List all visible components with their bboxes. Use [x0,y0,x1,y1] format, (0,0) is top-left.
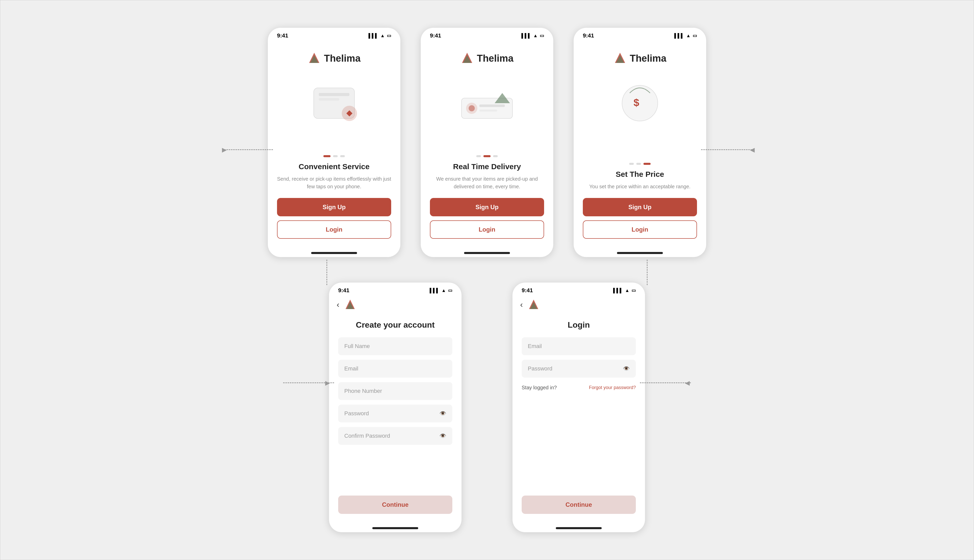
eye-icon-pw-reg[interactable]: 👁️ [439,410,446,417]
forgot-password-link[interactable]: Forgot your password? [589,385,636,390]
status-bar-3: 9:41 ▌▌▌ ▲ ▭ [574,28,706,42]
arrow-left-head: ▶ [222,146,227,153]
onboard2-desc: We ensure that your items are picked-up … [430,175,544,190]
illustration-3: $ [604,73,675,158]
login-content: Login Email Password 👁️ Stay logged in? … [512,310,645,523]
signup-btn-2[interactable]: Sign Up [430,198,544,216]
login-btn-3[interactable]: Login [583,220,697,239]
svg-point-15 [622,85,658,121]
signal-icon-2: ▌▌▌ [521,33,531,38]
time-reg: 9:41 [338,287,349,294]
dot-3-1 [629,163,634,165]
status-bar-2: 9:41 ▌▌▌ ▲ ▭ [421,28,553,42]
dot-2-1 [476,155,481,157]
logo-1: Thelima [308,52,360,65]
battery-icon-reg: ▭ [448,288,452,293]
status-icons-3: ▌▌▌ ▲ ▭ [674,33,697,38]
arrow-right [701,149,752,150]
status-icons-1: ▌▌▌ ▲ ▭ [369,33,391,38]
svg-rect-12 [479,110,497,112]
home-indicator-reg [372,527,418,529]
email-field-reg[interactable]: Email [338,360,452,378]
register-screen: 9:41 ▌▌▌ ▲ ▭ ‹ Create your account [329,283,462,532]
illustration-2 [451,73,523,150]
wifi-icon-login: ▲ [625,288,629,293]
login-screen: 9:41 ▌▌▌ ▲ ▭ ‹ Login [512,283,645,532]
logo-text-1: Thelima [324,53,360,64]
confirm-password-field[interactable]: Confirm Password 👁️ [338,427,452,445]
arrow-bottom-left-head: ▶ [325,379,330,387]
email-placeholder-reg: Email [344,365,358,372]
dot-2-3 [493,155,498,157]
onboard-screen-1: 9:41 ▌▌▌ ▲ ▭ Thelima [268,28,400,257]
arrow-left [222,149,273,150]
login-btn-1[interactable]: Login [277,220,391,239]
status-bar-reg: 9:41 ▌▌▌ ▲ ▭ [329,283,462,296]
onboard3-content: Thelima $ Set The Price [574,42,706,248]
battery-icon-login: ▭ [632,288,636,293]
battery-icon-3: ▭ [693,33,697,38]
signup-btn-1[interactable]: Sign Up [277,198,391,216]
fullname-field[interactable]: Full Name [338,337,452,355]
login-btn-2[interactable]: Login [430,220,544,239]
onboard1-content: Thelima [268,42,400,248]
bottom-row: ▶ 9:41 ▌▌▌ ▲ ▭ ‹ [329,283,645,532]
svg-point-10 [469,105,475,111]
password-field-reg[interactable]: Password 👁️ [338,405,452,422]
svg-text:$: $ [634,97,639,108]
wifi-icon-3: ▲ [686,33,690,38]
phone-placeholder: Phone Number [344,388,382,394]
signal-icon-login: ▌▌▌ [613,288,623,293]
screens-container: ▶ 9:41 ▌▌▌ ▲ ▭ [268,28,706,532]
stay-logged-label: Stay logged in? [522,385,557,390]
dot-1-1 [324,155,330,157]
phone-field[interactable]: Phone Number [338,382,452,400]
home-indicator-2 [464,252,510,254]
home-indicator-login [556,527,602,529]
eye-icon-pw-login[interactable]: 👁️ [623,365,630,372]
password-placeholder-login: Password [528,365,552,372]
time-3: 9:41 [583,32,594,39]
back-btn-reg[interactable]: ‹ [337,300,339,308]
password-field-login[interactable]: Password 👁️ [522,360,636,378]
right-down-arrow [647,260,647,285]
arrow-bottom-right [640,382,691,383]
dot-3-3 [644,163,650,165]
onboard1-title: Convenient Service [299,162,370,171]
continue-btn-login[interactable]: Continue [522,495,636,514]
signup-btn-3[interactable]: Sign Up [583,198,697,216]
arrow-bottom-right-head: ◀ [685,379,690,387]
canvas: ▶ 9:41 ▌▌▌ ▲ ▭ [0,0,974,560]
eye-icon-confirm[interactable]: 👁️ [439,433,446,439]
status-icons-login: ▌▌▌ ▲ ▭ [613,288,636,293]
top-row: ▶ 9:41 ▌▌▌ ▲ ▭ [268,28,706,257]
login-extras: Stay logged in? Forgot your password? [522,385,636,390]
time-1: 9:41 [277,32,288,39]
svg-rect-4 [319,98,339,101]
onboard2-title: Real Time Delivery [453,162,521,171]
status-icons-reg: ▌▌▌ ▲ ▭ [430,288,452,293]
onboard1-desc: Send, receive or pick-up items effortles… [277,175,391,190]
mini-logo-reg [345,299,356,310]
battery-icon: ▭ [387,33,391,38]
email-field-login[interactable]: Email [522,337,636,355]
home-indicator-1 [311,252,357,254]
time-2: 9:41 [430,32,441,39]
continue-btn-reg[interactable]: Continue [338,495,452,514]
dot-1-3 [340,155,345,157]
register-content: Create your account Full Name Email Phon… [329,310,462,523]
confirm-password-placeholder: Confirm Password [344,433,390,439]
svg-rect-3 [319,93,349,96]
password-placeholder-reg: Password [344,410,369,417]
status-bar-login: 9:41 ▌▌▌ ▲ ▭ [512,283,645,296]
signal-icon: ▌▌▌ [369,33,378,38]
dots-2 [476,155,498,157]
svg-rect-11 [479,105,505,107]
left-down-arrow [327,260,327,285]
dot-1-2 [333,155,338,157]
illustration-1 [299,73,370,150]
dot-3-2 [636,163,641,165]
onboard-screen-2: 9:41 ▌▌▌ ▲ ▭ Thelima [421,28,553,257]
back-header-reg: ‹ [329,296,462,310]
back-btn-login[interactable]: ‹ [520,300,523,308]
